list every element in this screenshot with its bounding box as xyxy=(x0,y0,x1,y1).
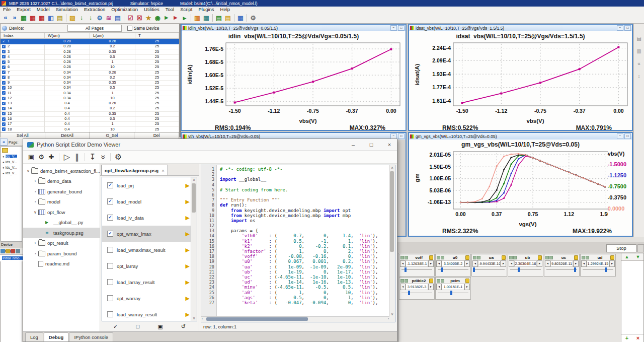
device-table[interactable]: ✓10.280.2625✓20.280.225✓30.280.3525✓40.2… xyxy=(1,39,179,132)
tuner-pdiblc2[interactable]: pdiblc2◂3.91382E-3▸ xyxy=(399,277,435,300)
slider-thumb[interactable] xyxy=(574,267,576,272)
tuner-mini-icon[interactable] xyxy=(441,256,444,259)
lock-icon[interactable] xyxy=(574,255,578,260)
editor-settings-button[interactable]: ⚙ xyxy=(113,152,123,162)
scroll-down-icon[interactable]: ∨ xyxy=(191,316,197,320)
select-block-icon[interactable]: ▣ xyxy=(157,323,163,330)
open-script-icon[interactable]: ▣ xyxy=(26,152,36,162)
tuner-mini-icon[interactable] xyxy=(545,256,549,259)
run-task-icon[interactable]: ▶ xyxy=(186,231,190,237)
export-doc-icon[interactable]: ▤ xyxy=(214,13,223,22)
dock-updown-icon[interactable]: ↕ xyxy=(638,74,640,79)
tuner-mini-icon[interactable] xyxy=(441,279,444,283)
run-task-icon[interactable]: ▶ xyxy=(186,311,190,318)
check-all-icon[interactable]: ✓ xyxy=(113,323,118,330)
back-icon[interactable]: « xyxy=(1,13,10,22)
tuner-mini-icon[interactable] xyxy=(405,256,408,259)
tab-taskgroup[interactable]: opt_flow/taskgroup.psg × xyxy=(101,165,168,175)
tuner-mini-icon[interactable] xyxy=(400,256,404,259)
import-model-icon[interactable]: ↓ xyxy=(86,13,95,22)
new-doc-icon[interactable]: ▤ xyxy=(223,13,232,22)
tuner-mini-icon[interactable] xyxy=(437,279,440,283)
tree-expander-icon[interactable]: ∨ xyxy=(26,169,31,173)
tuner-mini-icon[interactable] xyxy=(437,256,440,259)
device-navigator-icon-1[interactable] xyxy=(1,249,5,253)
task-load_wmaxlmax_result[interactable]: load_wmaxlmax_result▶ xyxy=(102,242,197,258)
slider-thumb[interactable] xyxy=(605,267,607,272)
page-close-icon[interactable]: ▦ xyxy=(28,13,37,22)
collapse-sidebar-button[interactable]: « xyxy=(0,139,8,146)
page-list-item[interactable]: ●Ids_V... xyxy=(1,154,22,159)
idlin-window-titlebar[interactable]: idlin_vbs(W/L=10/10,T=25@Vds/Vgs=0.05/1.… xyxy=(182,25,406,31)
menu-model[interactable]: Model xyxy=(34,7,53,12)
code-editor[interactable]: 1234567891011121314151617181920212223242… xyxy=(201,165,395,322)
task-opt_warray[interactable]: opt_warray▶ xyxy=(102,290,197,306)
page-list-item[interactable]: ●Ids_V... xyxy=(1,165,22,170)
run-task-icon[interactable]: ▶ xyxy=(186,215,190,221)
tuner-mini-icon[interactable] xyxy=(513,256,517,259)
parameter-slider[interactable] xyxy=(508,267,543,273)
run-task-icon[interactable]: ▶ xyxy=(186,198,190,205)
idsat-plot[interactable]: -1.50-1.12-0.75-0.370.002.24E-42.09E-41.… xyxy=(417,41,632,118)
decrease-button[interactable]: ◂ xyxy=(545,260,550,267)
maximize-button[interactable]: □ xyxy=(398,133,405,139)
table-row[interactable]: ✓120.341025 xyxy=(1,96,179,101)
tile-view-icon[interactable]: ▤ xyxy=(55,13,64,22)
tuner-mini-icon[interactable] xyxy=(477,256,480,259)
idlin-plot[interactable]: -1.50-1.12-0.75-0.370.001.76E-51.68E-51.… xyxy=(190,41,406,118)
task-checkbox[interactable] xyxy=(107,279,113,285)
menu-utilities[interactable]: Utilities xyxy=(141,7,163,12)
device-navigator-icon-3[interactable] xyxy=(11,249,15,253)
table-row[interactable]: ✓90.340.3525 xyxy=(1,80,179,85)
decrease-button[interactable]: ◂ xyxy=(472,260,478,267)
stop-button[interactable]: Stop xyxy=(606,244,636,252)
run-task-icon[interactable]: ▶ xyxy=(186,279,190,286)
task-load_larray_result[interactable]: load_larray_result▶ xyxy=(102,274,197,290)
row-checkbox-icon[interactable]: ✓ xyxy=(2,107,6,110)
task-checkbox[interactable] xyxy=(107,311,113,317)
split-view-icon[interactable]: ◧ xyxy=(46,13,55,22)
task-opt_larray[interactable]: opt_larray▶ xyxy=(102,258,197,274)
plot-icon[interactable]: ≋ xyxy=(104,13,113,22)
menu-help[interactable]: Help xyxy=(217,7,233,12)
task-checkbox[interactable] xyxy=(107,247,113,253)
lock-icon[interactable] xyxy=(429,255,433,260)
tree-item-param-bound[interactable]: ›param_bound xyxy=(23,248,100,259)
tuner-ua[interactable]: ua◂-9.94433E-10▸ xyxy=(471,254,507,277)
table-row[interactable]: ✓150.40.3525 xyxy=(1,111,179,116)
row-checkbox-icon[interactable]: ✓ xyxy=(2,71,6,74)
parameter-slider[interactable] xyxy=(544,267,579,273)
parameter-value[interactable]: 2.30304E-18 xyxy=(514,260,537,267)
task-checkbox[interactable]: ✓ xyxy=(107,231,113,237)
tuner-mini-icon[interactable] xyxy=(509,256,513,259)
tuner-ub[interactable]: ub◂2.30304E-18▸ xyxy=(508,254,543,277)
tuner-mini-icon[interactable] xyxy=(473,256,476,259)
tuner-uc[interactable]: uc◂9.80326E-11▸ xyxy=(544,254,580,277)
row-checkbox-icon[interactable]: ✓ xyxy=(2,112,6,115)
same-device-checkbox[interactable]: Same Device xyxy=(127,26,159,31)
decrease-button[interactable]: ◂ xyxy=(581,260,587,267)
task-load_iv_data[interactable]: ✓load_iv_data▶ xyxy=(102,210,197,226)
checkbox-icon[interactable] xyxy=(127,26,132,31)
increase-button[interactable]: ▸ xyxy=(573,260,579,267)
new-script-icon[interactable]: ✚ xyxy=(46,152,56,162)
row-checkbox-icon[interactable]: ✓ xyxy=(2,45,6,48)
parameter-value[interactable]: 3.34005E-2 xyxy=(442,260,464,267)
parameter-value[interactable]: -9.94433E-10 xyxy=(478,260,501,267)
table-row[interactable]: ✓110.34125 xyxy=(1,91,179,96)
table-row[interactable]: ✓40.280.525 xyxy=(1,54,179,59)
increase-button[interactable]: ▸ xyxy=(537,260,542,267)
menu-simulation[interactable]: Simulation xyxy=(53,7,81,12)
task-checkbox[interactable] xyxy=(107,295,113,301)
dock-collapse-icon[interactable]: « xyxy=(637,61,640,66)
open-project-icon[interactable]: ▨ xyxy=(68,13,77,22)
tuner-mini-icon[interactable] xyxy=(549,256,553,259)
dock-list2-icon[interactable]: ▥ xyxy=(636,48,641,54)
run-extraction-icon[interactable]: ▸ xyxy=(180,13,189,22)
table-row[interactable]: ✓180.41025 xyxy=(1,127,179,132)
page-list-item[interactable]: ●Ids_V... xyxy=(1,159,22,165)
row-checkbox-icon[interactable]: ✓ xyxy=(2,86,6,90)
pin-icon[interactable]: ► xyxy=(162,13,171,22)
decrease-button[interactable]: ◂ xyxy=(509,260,514,267)
slider-thumb[interactable] xyxy=(518,267,520,272)
